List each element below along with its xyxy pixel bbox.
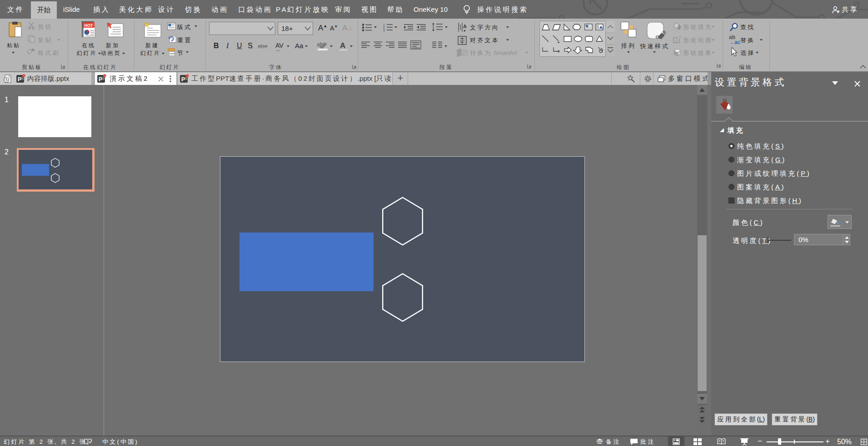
svg-text:3: 3 — [383, 29, 385, 31]
svg-text:P: P — [181, 76, 185, 83]
svg-text:A: A — [463, 24, 467, 29]
svg-text:P: P — [18, 76, 21, 83]
svg-text:HOT: HOT — [85, 23, 94, 28]
svg-text:A: A — [600, 25, 603, 30]
svg-text:P: P — [99, 76, 102, 83]
